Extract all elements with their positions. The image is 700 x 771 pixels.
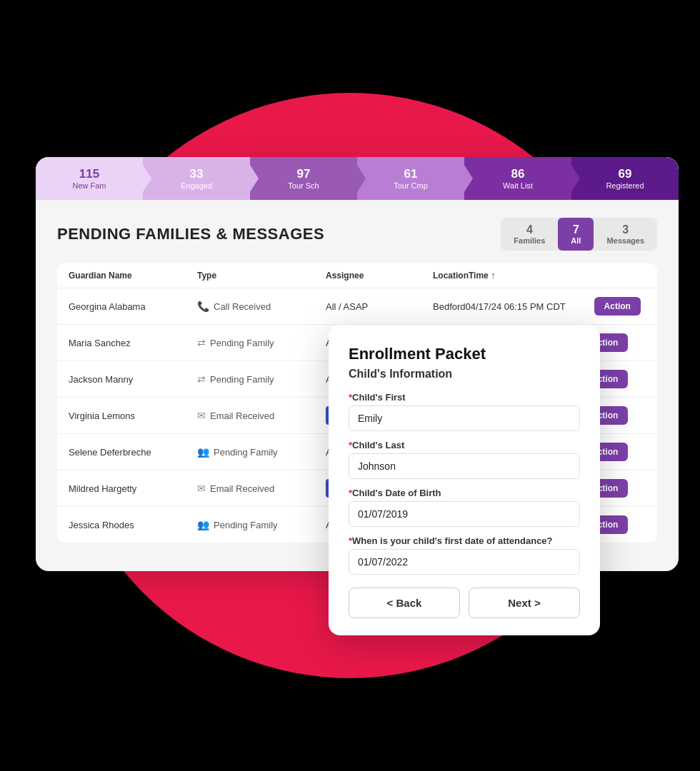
guardian-name-3: Virginia Lemons xyxy=(69,410,197,421)
input-child-dob[interactable] xyxy=(349,501,580,527)
type-cell-6: 👥 Pending Family xyxy=(197,519,326,530)
guardian-name-4: Selene Deferbreche xyxy=(69,447,197,458)
tab-messages[interactable]: 3 Messages xyxy=(594,218,657,251)
type-label-6: Pending Family xyxy=(214,520,278,530)
pipeline-label-tour-sch: Tour Sch xyxy=(288,181,319,190)
label-child-last: *Child's Last xyxy=(349,440,580,450)
time-0: 04/17/24 06:15 PM CDT xyxy=(466,301,594,312)
pipeline-step-engaged[interactable]: 33 Engaged xyxy=(143,157,250,200)
pipeline-count-tour-cmp: 61 xyxy=(404,167,418,181)
action-btn-0[interactable]: Action xyxy=(594,297,641,316)
back-button[interactable]: < Back xyxy=(349,588,460,618)
assignee-0: All / ASAP xyxy=(326,301,433,312)
guardian-name-6: Jessica Rhodes xyxy=(69,520,197,530)
guardian-name-1: Maria Sanchez xyxy=(69,338,197,348)
tab-all[interactable]: 7 All xyxy=(558,218,594,251)
col-action xyxy=(597,271,657,281)
type-label-1: Pending Family xyxy=(210,338,274,348)
type-icon-3: ✉ xyxy=(197,410,206,421)
section-header: PENDING FAMILIES & MESSAGES 4 Families 7… xyxy=(57,218,657,251)
table-row: Georgina Alabama 📞 Call Received All / A… xyxy=(57,288,657,325)
guardian-name-2: Jackson Manny xyxy=(69,374,197,385)
input-child-first[interactable] xyxy=(349,405,580,431)
guardian-name-0: Georgina Alabama xyxy=(69,301,197,312)
type-icon-4: 👥 xyxy=(197,446,209,458)
table-header: Guardian Name Type Assignee Location Tim… xyxy=(57,263,657,288)
label-child-dob: *Child's Date of Birth xyxy=(349,488,580,498)
type-icon-2: ⇄ xyxy=(197,373,206,385)
section-title: PENDING FAMILIES & MESSAGES xyxy=(57,225,324,243)
type-label-2: Pending Family xyxy=(210,374,274,385)
type-cell-3: ✉ Email Received xyxy=(197,410,326,421)
type-label-5: Email Received xyxy=(210,483,274,494)
pipeline-step-new-fam[interactable]: 115 New Fam xyxy=(36,157,143,200)
pipeline-step-wait-list[interactable]: 86 Wait List xyxy=(464,157,571,200)
next-button[interactable]: Next > xyxy=(469,588,580,618)
pipeline-step-tour-cmp[interactable]: 61 Tour Cmp xyxy=(357,157,464,200)
label-first-attendance: *When is your child's first date of atte… xyxy=(349,535,580,546)
form-field-child-last: *Child's Last xyxy=(349,440,580,479)
col-location: Location xyxy=(433,271,469,281)
pipeline-label-engaged: Engaged xyxy=(181,181,212,190)
type-label-0: Call Received xyxy=(214,301,271,312)
tab-group: 4 Families 7 All 3 Messages xyxy=(501,218,657,251)
type-icon-5: ✉ xyxy=(197,483,206,494)
pipeline-count-new-fam: 115 xyxy=(79,167,99,181)
label-child-first: *Child's First xyxy=(349,392,580,403)
input-child-last[interactable] xyxy=(349,453,580,479)
type-cell-1: ⇄ Pending Family xyxy=(197,337,326,348)
type-cell-5: ✉ Email Received xyxy=(197,483,326,494)
type-icon-6: 👥 xyxy=(197,519,209,530)
modal-footer: < Back Next > xyxy=(349,588,580,618)
tab-families[interactable]: 4 Families xyxy=(501,218,558,251)
pipeline-count-registered: 69 xyxy=(619,167,632,181)
pipeline-count-wait-list: 86 xyxy=(511,167,525,181)
pipeline-label-wait-list: Wait List xyxy=(503,181,533,190)
location-0: Bedford xyxy=(433,301,466,312)
modal-title: Enrollment Packet xyxy=(349,345,580,363)
pipeline-label-tour-cmp: Tour Cmp xyxy=(394,181,428,190)
action-cell-0: Action xyxy=(594,297,657,316)
col-time: Time ↑ xyxy=(469,271,597,281)
type-icon-1: ⇄ xyxy=(197,337,206,348)
enrollment-modal: Enrollment Packet Child's Information *C… xyxy=(329,325,600,635)
form-field-child-dob: *Child's Date of Birth xyxy=(349,488,580,527)
pipeline-label-new-fam: New Fam xyxy=(72,181,106,190)
type-label-3: Email Received xyxy=(210,410,274,421)
pipeline-count-tour-sch: 97 xyxy=(297,167,311,181)
type-cell-0: 📞 Call Received xyxy=(197,301,326,312)
pipeline-bar: 115 New Fam 33 Engaged 97 Tour Sch 61 To… xyxy=(36,157,679,201)
col-type: Type xyxy=(197,271,326,281)
col-guardian: Guardian Name xyxy=(69,271,197,281)
type-label-4: Pending Family xyxy=(214,447,278,458)
col-assignee: Assignee xyxy=(326,271,433,281)
guardian-name-5: Mildred Hargetty xyxy=(69,483,197,494)
modal-subtitle: Child's Information xyxy=(349,368,580,381)
type-cell-4: 👥 Pending Family xyxy=(197,446,326,458)
pipeline-step-registered[interactable]: 69 Registered xyxy=(571,157,679,200)
input-first-attendance[interactable] xyxy=(349,549,580,575)
pipeline-label-registered: Registered xyxy=(606,181,644,190)
form-field-child-first: *Child's First xyxy=(349,392,580,431)
pipeline-step-tour-sch[interactable]: 97 Tour Sch xyxy=(250,157,357,200)
type-cell-2: ⇄ Pending Family xyxy=(197,373,326,385)
type-icon-0: 📞 xyxy=(197,301,209,312)
form-field-first-attendance: *When is your child's first date of atte… xyxy=(349,535,580,575)
pipeline-count-engaged: 33 xyxy=(190,167,204,181)
